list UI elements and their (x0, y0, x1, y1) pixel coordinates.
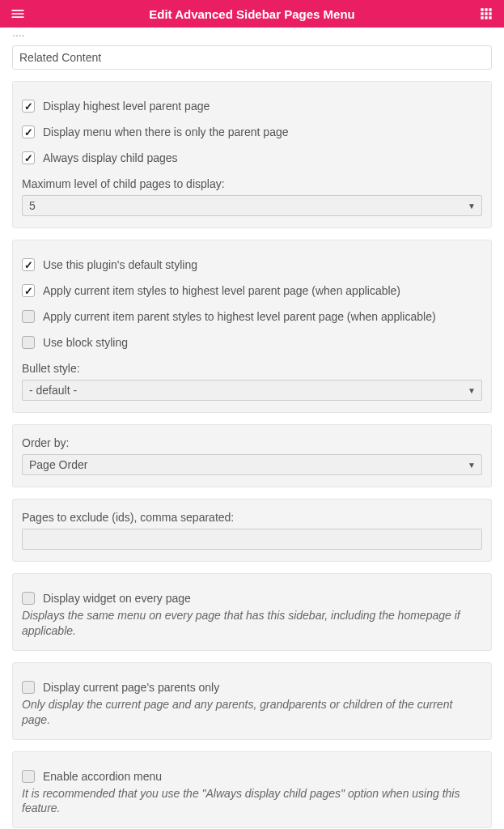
order-panel: Order by: Page Order (12, 424, 492, 487)
accordion-panel: Enable accordion menu It is recommended … (12, 751, 492, 829)
checkbox-default-styling[interactable] (22, 258, 35, 271)
label-accordion: Enable accordion menu (43, 770, 162, 783)
bullet-style-select[interactable]: - default - (22, 380, 482, 401)
desc-every-page: Displays the same menu on every page tha… (22, 608, 482, 639)
order-by-label: Order by: (22, 436, 482, 449)
label-current-item-parent-styles: Apply current item parent styles to high… (43, 310, 436, 323)
checkbox-every-page[interactable] (22, 592, 35, 605)
checkbox-display-highest-parent[interactable] (22, 100, 35, 113)
exclude-label: Pages to exclude (ids), comma separated: (22, 511, 482, 524)
label-parents-only: Display current page's parents only (43, 681, 219, 694)
exclude-panel: Pages to exclude (ids), comma separated: (12, 499, 492, 562)
checkbox-always-display-children[interactable] (22, 151, 35, 164)
order-by-select[interactable]: Page Order (22, 454, 482, 475)
label-display-highest-parent: Display highest level parent page (43, 100, 210, 113)
desc-parents-only: Only display the current page and any pa… (22, 697, 482, 728)
checkbox-display-when-only-parent[interactable] (22, 125, 35, 138)
checkbox-parents-only[interactable] (22, 681, 35, 694)
checkbox-block-styling[interactable] (22, 336, 35, 349)
menu-icon[interactable] (10, 6, 26, 22)
desc-accordion: It is recommended that you use the "Alwa… (22, 786, 482, 817)
styling-panel: Use this plugin's default styling Apply … (12, 240, 492, 413)
checkbox-current-item-styles[interactable] (22, 284, 35, 297)
header-title: Edit Advanced Sidebar Pages Menu (26, 7, 478, 21)
label-default-styling: Use this plugin's default styling (43, 258, 197, 271)
label-block-styling: Use block styling (43, 336, 128, 349)
parents-only-panel: Display current page's parents only Only… (12, 662, 492, 740)
label-current-item-styles: Apply current item styles to highest lev… (43, 284, 400, 297)
exclude-input[interactable] (22, 529, 482, 550)
checkbox-current-item-parent-styles[interactable] (22, 310, 35, 323)
display-options-panel: Display highest level parent page Displa… (12, 81, 492, 228)
max-level-select[interactable]: 5 (22, 195, 482, 216)
apps-icon[interactable] (478, 6, 494, 22)
max-level-label: Maximum level of child pages to display: (22, 177, 482, 190)
label-always-display-children: Always display child pages (43, 151, 178, 164)
app-header: Edit Advanced Sidebar Pages Menu (0, 0, 504, 28)
label-every-page: Display widget on every page (43, 592, 191, 605)
title-label-truncated: …. (12, 28, 492, 39)
label-display-when-only-parent: Display menu when there is only the pare… (43, 125, 289, 138)
bullet-style-label: Bullet style: (22, 362, 482, 375)
every-page-panel: Display widget on every page Displays th… (12, 573, 492, 651)
checkbox-accordion[interactable] (22, 770, 35, 783)
widget-title-input[interactable] (12, 45, 492, 70)
